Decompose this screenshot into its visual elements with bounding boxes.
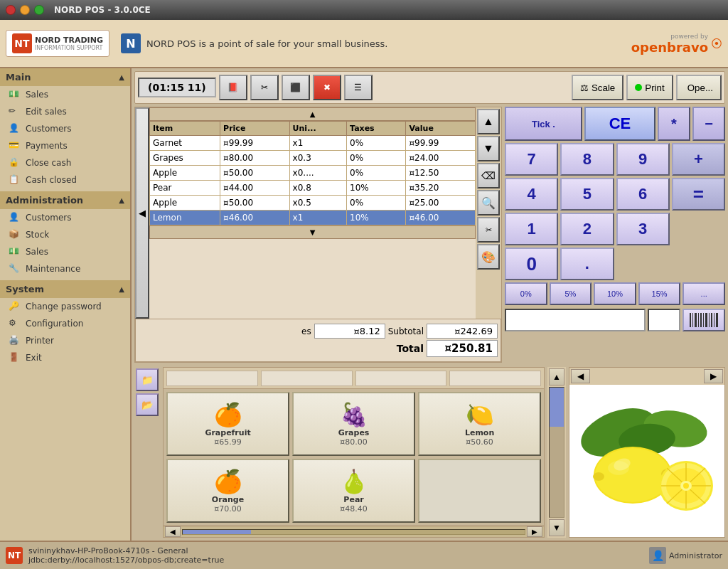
barcode-button[interactable] [682, 309, 725, 331]
catalog-item-grapefruit[interactable]: 🍊 Grapefruit ¤65.99 [166, 392, 289, 456]
copy-button[interactable]: ⬛ [282, 75, 310, 100]
num-7[interactable]: 7 [505, 143, 558, 176]
col-units: Uni... [289, 122, 346, 136]
ce-button[interactable]: CE [584, 107, 655, 141]
num-4[interactable]: 4 [505, 178, 558, 211]
sidebar-item-configuration[interactable]: ⚙️ Configuration [0, 315, 130, 332]
num-6[interactable]: 6 [616, 178, 670, 211]
equals-button[interactable]: = [672, 178, 725, 211]
cell-taxes: 0% [347, 136, 406, 151]
close-button[interactable] [6, 5, 16, 15]
more-button[interactable]: ... [682, 282, 725, 305]
main-collapse-icon: ▲ [119, 73, 124, 81]
discount-5[interactable]: 5% [550, 282, 592, 305]
sidebar-item-change-password[interactable]: 🔑 Change password [0, 298, 130, 315]
admin-customers-icon: 👤 [9, 212, 21, 223]
hscroll-left[interactable]: ◀ [165, 526, 181, 537]
hscroll-thumb [183, 530, 251, 534]
catalog-folder-up[interactable]: 📁 [136, 368, 159, 391]
catalog-item-lemon[interactable]: 🍋 Lemon ¤50.60 [418, 392, 541, 456]
sidebar-item-edit-sales[interactable]: ✏️ Edit sales [0, 103, 130, 120]
maximize-button[interactable] [34, 5, 44, 15]
num-3[interactable]: 3 [616, 213, 670, 245]
print-button[interactable]: Print [626, 75, 673, 100]
add-button[interactable]: + [672, 143, 725, 176]
num-9[interactable]: 9 [616, 143, 670, 176]
delete-line-button[interactable]: ⌫ [477, 163, 500, 188]
num-1[interactable]: 1 [505, 213, 558, 245]
num-0[interactable]: 0 [505, 248, 558, 280]
table-row[interactable]: Garnet ¤99.99 x1 0% ¤99.99 [150, 136, 476, 151]
search-button[interactable]: 🔍 [477, 190, 500, 216]
scissors-button[interactable]: ✂ [250, 75, 279, 100]
num-2[interactable]: 2 [560, 213, 614, 245]
catalog-item-grapes[interactable]: 🍇 Grapes ¤80.00 [292, 392, 415, 456]
sidebar-item-sales[interactable]: 💵 Sales [0, 86, 130, 103]
catalog-item-orange[interactable]: 🍊 Orange ¤70.00 [166, 459, 289, 523]
sidebar-item-maintenance[interactable]: 🔧 Maintenance [0, 260, 130, 277]
vscroll-down[interactable]: ▼ [549, 519, 564, 536]
sidebar-item-admin-customers[interactable]: 👤 Customers [0, 209, 130, 226]
sidebar-item-close-cash[interactable]: 🔒 Close cash [0, 154, 130, 171]
scroll-up-button[interactable]: ▲ [149, 107, 476, 121]
print-status-dot [635, 84, 642, 91]
discount-10[interactable]: 10% [594, 282, 636, 305]
printer-icon: 🖨️ [9, 335, 21, 346]
discount-15[interactable]: 15% [638, 282, 681, 305]
password-icon: 🔑 [9, 301, 21, 312]
open-button[interactable]: Ope... [676, 75, 722, 100]
catalog-container: 🍊 Grapefruit ¤65.99 🍇 Grapes ¤80.00 🍋 Le… [163, 367, 545, 538]
num-5[interactable]: 5 [560, 178, 614, 211]
table-row[interactable]: Grapes ¤80.00 x0.3 0% ¤24.00 [150, 151, 476, 166]
hscroll-right[interactable]: ▶ [527, 526, 542, 537]
dot-button[interactable]: . [560, 248, 614, 280]
discount-0[interactable]: 0% [505, 282, 547, 305]
book-button[interactable]: 📕 [219, 75, 247, 100]
num-8[interactable]: 8 [560, 143, 614, 176]
image-nav-right[interactable]: ▶ [704, 369, 723, 383]
delete-button[interactable]: ✖ [313, 75, 341, 100]
scroll-down-button[interactable]: ▼ [149, 225, 476, 239]
small-input[interactable] [648, 309, 680, 331]
vscroll-up[interactable]: ▲ [549, 368, 564, 385]
table-row[interactable]: Apple ¤50.00 x0.5 0% ¤25.00 [150, 196, 476, 211]
scale-button[interactable]: ⚖ Scale [572, 75, 623, 100]
ticket-button[interactable]: Tick . [505, 107, 582, 141]
cell-taxes: 0% [347, 166, 406, 181]
sidebar-item-printer[interactable]: 🖨️ Printer [0, 332, 130, 349]
sidebar-admin-header[interactable]: Administration ▲ [0, 191, 130, 209]
svg-rect-9 [714, 313, 714, 327]
table-row[interactable]: Pear ¤44.00 x0.8 10% ¤35.20 [150, 181, 476, 196]
sidebar-item-exit[interactable]: 🚪 Exit [0, 349, 130, 366]
cell-units: x0.5 [289, 196, 346, 211]
color-button[interactable]: 🎨 [477, 244, 500, 270]
svg-rect-4 [700, 313, 702, 327]
sidebar-item-customers[interactable]: 👤 Customers [0, 120, 130, 137]
move-up-button[interactable]: ▲ [477, 109, 500, 134]
subtract-button[interactable]: − [692, 107, 725, 141]
total-row: Total ¤250.81 [139, 340, 498, 357]
catalog-item-pear[interactable]: 🍐 Pear ¤48.40 [292, 459, 415, 523]
user-avatar: 👤 [649, 547, 666, 564]
list-button[interactable]: ☰ [344, 75, 373, 100]
sidebar: Main ▲ 💵 Sales ✏️ Edit sales 👤 Customers… [0, 68, 132, 541]
move-down-button[interactable]: ▼ [477, 136, 500, 161]
catalog-folder-down[interactable]: 📂 [136, 393, 159, 416]
image-nav-left[interactable]: ◀ [571, 369, 590, 383]
sidebar-item-admin-sales[interactable]: 💵 Sales [0, 243, 130, 260]
table-row[interactable]: Lemon ¤46.00 x1 10% ¤46.00 [150, 211, 476, 225]
multiply-button[interactable]: * [658, 107, 690, 141]
sidebar-item-cash-closed[interactable]: 📋 Cash closed [0, 171, 130, 188]
numpad-input[interactable] [505, 309, 646, 331]
sidebar-system-header[interactable]: System ▲ [0, 280, 130, 298]
minimize-button[interactable] [20, 5, 30, 15]
status-logo: NT [6, 547, 23, 564]
scroll-left-button[interactable]: ◀ [135, 107, 149, 319]
discount-button[interactable]: ✂ [477, 217, 500, 243]
sidebar-item-payments[interactable]: 💳 Payments [0, 137, 130, 154]
admin-sales-icon: 💵 [9, 246, 21, 257]
sidebar-item-stock[interactable]: 📦 Stock [0, 226, 130, 243]
table-row[interactable]: Apple ¤50.00 x0.... 0% ¤12.50 [150, 166, 476, 181]
sidebar-main-header[interactable]: Main ▲ [0, 68, 130, 86]
catalog-empty-3 [355, 371, 447, 386]
